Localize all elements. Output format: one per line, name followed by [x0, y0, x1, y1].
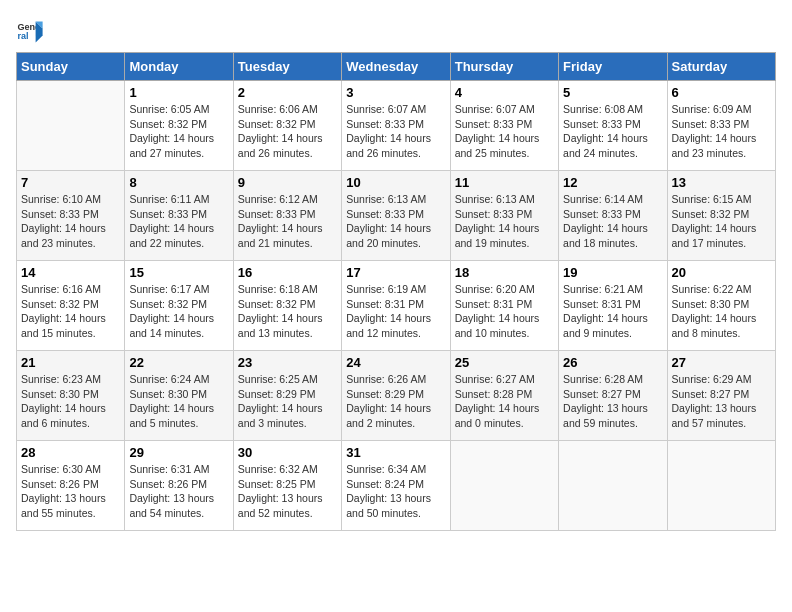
- day-info: Sunrise: 6:16 AMSunset: 8:32 PMDaylight:…: [21, 282, 120, 341]
- column-header-sunday: Sunday: [17, 53, 125, 81]
- day-info: Sunrise: 6:12 AMSunset: 8:33 PMDaylight:…: [238, 192, 337, 251]
- day-info: Sunrise: 6:05 AMSunset: 8:32 PMDaylight:…: [129, 102, 228, 161]
- calendar-cell: 28Sunrise: 6:30 AMSunset: 8:26 PMDayligh…: [17, 441, 125, 531]
- day-info: Sunrise: 6:21 AMSunset: 8:31 PMDaylight:…: [563, 282, 662, 341]
- calendar-cell: [559, 441, 667, 531]
- calendar-cell: 13Sunrise: 6:15 AMSunset: 8:32 PMDayligh…: [667, 171, 775, 261]
- day-number: 28: [21, 445, 120, 460]
- day-info: Sunrise: 6:31 AMSunset: 8:26 PMDaylight:…: [129, 462, 228, 521]
- day-number: 18: [455, 265, 554, 280]
- calendar-cell: 20Sunrise: 6:22 AMSunset: 8:30 PMDayligh…: [667, 261, 775, 351]
- day-info: Sunrise: 6:13 AMSunset: 8:33 PMDaylight:…: [455, 192, 554, 251]
- day-info: Sunrise: 6:27 AMSunset: 8:28 PMDaylight:…: [455, 372, 554, 431]
- column-header-tuesday: Tuesday: [233, 53, 341, 81]
- day-number: 21: [21, 355, 120, 370]
- day-number: 26: [563, 355, 662, 370]
- calendar-cell: 6Sunrise: 6:09 AMSunset: 8:33 PMDaylight…: [667, 81, 775, 171]
- day-info: Sunrise: 6:17 AMSunset: 8:32 PMDaylight:…: [129, 282, 228, 341]
- calendar-cell: 23Sunrise: 6:25 AMSunset: 8:29 PMDayligh…: [233, 351, 341, 441]
- page-header: Gene ral: [16, 16, 776, 44]
- day-number: 27: [672, 355, 771, 370]
- day-number: 9: [238, 175, 337, 190]
- day-number: 14: [21, 265, 120, 280]
- day-number: 13: [672, 175, 771, 190]
- calendar-cell: 15Sunrise: 6:17 AMSunset: 8:32 PMDayligh…: [125, 261, 233, 351]
- calendar-cell: 22Sunrise: 6:24 AMSunset: 8:30 PMDayligh…: [125, 351, 233, 441]
- calendar-header-row: SundayMondayTuesdayWednesdayThursdayFrid…: [17, 53, 776, 81]
- calendar-cell: 18Sunrise: 6:20 AMSunset: 8:31 PMDayligh…: [450, 261, 558, 351]
- calendar-cell: 31Sunrise: 6:34 AMSunset: 8:24 PMDayligh…: [342, 441, 450, 531]
- day-info: Sunrise: 6:07 AMSunset: 8:33 PMDaylight:…: [346, 102, 445, 161]
- day-number: 12: [563, 175, 662, 190]
- day-info: Sunrise: 6:22 AMSunset: 8:30 PMDaylight:…: [672, 282, 771, 341]
- calendar-week-row: 21Sunrise: 6:23 AMSunset: 8:30 PMDayligh…: [17, 351, 776, 441]
- calendar-cell: [450, 441, 558, 531]
- day-number: 25: [455, 355, 554, 370]
- calendar-cell: 29Sunrise: 6:31 AMSunset: 8:26 PMDayligh…: [125, 441, 233, 531]
- calendar-cell: [667, 441, 775, 531]
- logo: Gene ral: [16, 16, 48, 44]
- calendar-cell: 30Sunrise: 6:32 AMSunset: 8:25 PMDayligh…: [233, 441, 341, 531]
- day-info: Sunrise: 6:25 AMSunset: 8:29 PMDaylight:…: [238, 372, 337, 431]
- day-info: Sunrise: 6:13 AMSunset: 8:33 PMDaylight:…: [346, 192, 445, 251]
- day-info: Sunrise: 6:07 AMSunset: 8:33 PMDaylight:…: [455, 102, 554, 161]
- day-info: Sunrise: 6:28 AMSunset: 8:27 PMDaylight:…: [563, 372, 662, 431]
- calendar-cell: 2Sunrise: 6:06 AMSunset: 8:32 PMDaylight…: [233, 81, 341, 171]
- day-number: 30: [238, 445, 337, 460]
- day-info: Sunrise: 6:30 AMSunset: 8:26 PMDaylight:…: [21, 462, 120, 521]
- day-number: 11: [455, 175, 554, 190]
- day-info: Sunrise: 6:29 AMSunset: 8:27 PMDaylight:…: [672, 372, 771, 431]
- calendar-week-row: 7Sunrise: 6:10 AMSunset: 8:33 PMDaylight…: [17, 171, 776, 261]
- day-number: 23: [238, 355, 337, 370]
- calendar-cell: 26Sunrise: 6:28 AMSunset: 8:27 PMDayligh…: [559, 351, 667, 441]
- day-info: Sunrise: 6:15 AMSunset: 8:32 PMDaylight:…: [672, 192, 771, 251]
- svg-text:ral: ral: [17, 31, 28, 41]
- logo-icon: Gene ral: [16, 16, 44, 44]
- calendar-cell: 17Sunrise: 6:19 AMSunset: 8:31 PMDayligh…: [342, 261, 450, 351]
- calendar-cell: 10Sunrise: 6:13 AMSunset: 8:33 PMDayligh…: [342, 171, 450, 261]
- day-number: 17: [346, 265, 445, 280]
- day-number: 6: [672, 85, 771, 100]
- column-header-monday: Monday: [125, 53, 233, 81]
- calendar-cell: 5Sunrise: 6:08 AMSunset: 8:33 PMDaylight…: [559, 81, 667, 171]
- day-info: Sunrise: 6:09 AMSunset: 8:33 PMDaylight:…: [672, 102, 771, 161]
- day-number: 16: [238, 265, 337, 280]
- day-info: Sunrise: 6:26 AMSunset: 8:29 PMDaylight:…: [346, 372, 445, 431]
- day-number: 22: [129, 355, 228, 370]
- column-header-friday: Friday: [559, 53, 667, 81]
- day-info: Sunrise: 6:10 AMSunset: 8:33 PMDaylight:…: [21, 192, 120, 251]
- calendar-cell: 21Sunrise: 6:23 AMSunset: 8:30 PMDayligh…: [17, 351, 125, 441]
- day-info: Sunrise: 6:32 AMSunset: 8:25 PMDaylight:…: [238, 462, 337, 521]
- calendar-week-row: 14Sunrise: 6:16 AMSunset: 8:32 PMDayligh…: [17, 261, 776, 351]
- day-info: Sunrise: 6:08 AMSunset: 8:33 PMDaylight:…: [563, 102, 662, 161]
- day-number: 29: [129, 445, 228, 460]
- calendar-cell: 12Sunrise: 6:14 AMSunset: 8:33 PMDayligh…: [559, 171, 667, 261]
- calendar-cell: 27Sunrise: 6:29 AMSunset: 8:27 PMDayligh…: [667, 351, 775, 441]
- day-number: 2: [238, 85, 337, 100]
- calendar-cell: 7Sunrise: 6:10 AMSunset: 8:33 PMDaylight…: [17, 171, 125, 261]
- day-info: Sunrise: 6:18 AMSunset: 8:32 PMDaylight:…: [238, 282, 337, 341]
- calendar-cell: 8Sunrise: 6:11 AMSunset: 8:33 PMDaylight…: [125, 171, 233, 261]
- day-number: 24: [346, 355, 445, 370]
- calendar-week-row: 1Sunrise: 6:05 AMSunset: 8:32 PMDaylight…: [17, 81, 776, 171]
- day-number: 7: [21, 175, 120, 190]
- column-header-saturday: Saturday: [667, 53, 775, 81]
- day-number: 5: [563, 85, 662, 100]
- calendar-cell: 1Sunrise: 6:05 AMSunset: 8:32 PMDaylight…: [125, 81, 233, 171]
- day-info: Sunrise: 6:34 AMSunset: 8:24 PMDaylight:…: [346, 462, 445, 521]
- day-info: Sunrise: 6:14 AMSunset: 8:33 PMDaylight:…: [563, 192, 662, 251]
- calendar-cell: 14Sunrise: 6:16 AMSunset: 8:32 PMDayligh…: [17, 261, 125, 351]
- day-number: 10: [346, 175, 445, 190]
- calendar-cell: 19Sunrise: 6:21 AMSunset: 8:31 PMDayligh…: [559, 261, 667, 351]
- day-number: 19: [563, 265, 662, 280]
- day-info: Sunrise: 6:23 AMSunset: 8:30 PMDaylight:…: [21, 372, 120, 431]
- day-number: 20: [672, 265, 771, 280]
- day-info: Sunrise: 6:19 AMSunset: 8:31 PMDaylight:…: [346, 282, 445, 341]
- calendar-cell: 3Sunrise: 6:07 AMSunset: 8:33 PMDaylight…: [342, 81, 450, 171]
- calendar-week-row: 28Sunrise: 6:30 AMSunset: 8:26 PMDayligh…: [17, 441, 776, 531]
- day-info: Sunrise: 6:24 AMSunset: 8:30 PMDaylight:…: [129, 372, 228, 431]
- day-number: 31: [346, 445, 445, 460]
- day-number: 4: [455, 85, 554, 100]
- column-header-thursday: Thursday: [450, 53, 558, 81]
- calendar-cell: 16Sunrise: 6:18 AMSunset: 8:32 PMDayligh…: [233, 261, 341, 351]
